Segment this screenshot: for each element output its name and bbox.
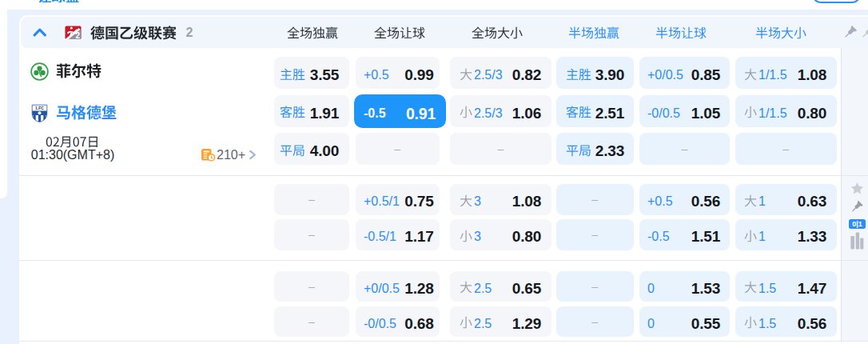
- svg-text:2: 2: [75, 32, 80, 40]
- svg-text:1.FC: 1.FC: [35, 106, 44, 110]
